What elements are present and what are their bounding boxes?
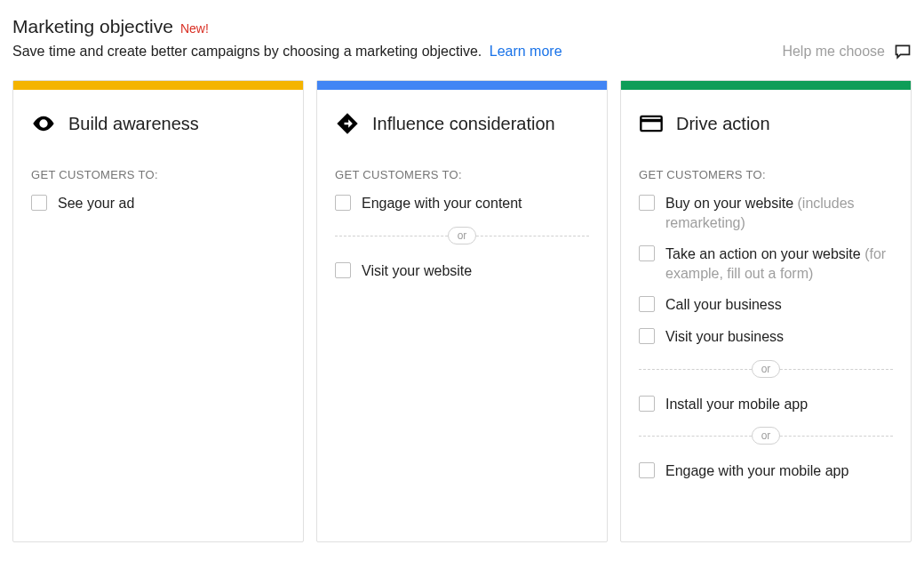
or-pill: or <box>448 227 477 244</box>
svg-rect-1 <box>641 116 661 131</box>
option-label: Visit your business <box>665 327 784 347</box>
card-title-consideration: Influence consideration <box>372 114 555 134</box>
credit-card-icon <box>639 111 664 136</box>
option-label: Visit your website <box>362 261 472 281</box>
new-badge: New! <box>180 21 209 36</box>
checkbox[interactable] <box>335 195 351 211</box>
svg-point-0 <box>42 122 46 126</box>
section-label: GET CUSTOMERS TO: <box>31 168 285 181</box>
checkbox[interactable] <box>639 462 655 478</box>
directions-icon <box>335 111 360 136</box>
option-engage-content[interactable]: Engage with your content <box>335 194 589 213</box>
checkbox[interactable] <box>335 262 351 278</box>
or-divider: or <box>639 426 893 445</box>
option-visit-website[interactable]: Visit your website <box>335 261 589 281</box>
option-take-action-website[interactable]: Take an action on your website (for exam… <box>639 244 893 283</box>
section-label: GET CUSTOMERS TO: <box>335 168 589 181</box>
or-pill: or <box>752 360 781 378</box>
help-label: Help me choose <box>782 44 885 60</box>
card-title-awareness: Build awareness <box>68 114 199 134</box>
option-visit-business[interactable]: Visit your business <box>639 327 893 347</box>
eye-icon <box>31 111 56 136</box>
option-label: See your ad <box>58 194 134 213</box>
checkbox[interactable] <box>31 195 47 211</box>
or-divider: or <box>335 226 589 245</box>
or-divider: or <box>639 359 893 379</box>
page-title: Marketing objective <box>12 16 173 37</box>
option-label: Engage with your mobile app <box>665 461 848 481</box>
card-title-action: Drive action <box>676 114 770 134</box>
checkbox[interactable] <box>639 245 655 261</box>
or-pill: or <box>752 427 781 445</box>
checkbox[interactable] <box>639 328 655 344</box>
checkbox[interactable] <box>639 396 655 412</box>
option-label: Engage with your content <box>362 194 522 213</box>
learn-more-link[interactable]: Learn more <box>490 44 562 59</box>
option-see-your-ad[interactable]: See your ad <box>31 194 285 213</box>
card-build-awareness: Build awareness GET CUSTOMERS TO: See yo… <box>12 80 304 542</box>
card-drive-action: Drive action GET CUSTOMERS TO: Buy on yo… <box>620 80 912 542</box>
checkbox[interactable] <box>639 195 655 211</box>
option-engage-app[interactable]: Engage with your mobile app <box>639 461 893 481</box>
option-label: Buy on your website (includes remarketin… <box>665 194 893 232</box>
card-accent-consideration <box>317 81 607 90</box>
option-label: Call your business <box>665 295 782 315</box>
card-influence-consideration: Influence consideration GET CUSTOMERS TO… <box>316 80 608 542</box>
help-me-choose-button[interactable]: Help me choose <box>782 43 912 60</box>
checkbox[interactable] <box>639 296 655 312</box>
subtitle: Save time and create better campaigns by… <box>12 44 482 59</box>
option-buy-website[interactable]: Buy on your website (includes remarketin… <box>639 194 893 232</box>
card-accent-awareness <box>13 81 303 90</box>
option-install-app[interactable]: Install your mobile app <box>639 395 893 414</box>
card-accent-action <box>621 81 911 90</box>
option-call-business[interactable]: Call your business <box>639 295 893 315</box>
section-label: GET CUSTOMERS TO: <box>639 168 893 181</box>
option-label: Install your mobile app <box>665 395 808 414</box>
chat-bubble-icon <box>894 43 912 60</box>
option-label: Take an action on your website (for exam… <box>665 244 893 283</box>
